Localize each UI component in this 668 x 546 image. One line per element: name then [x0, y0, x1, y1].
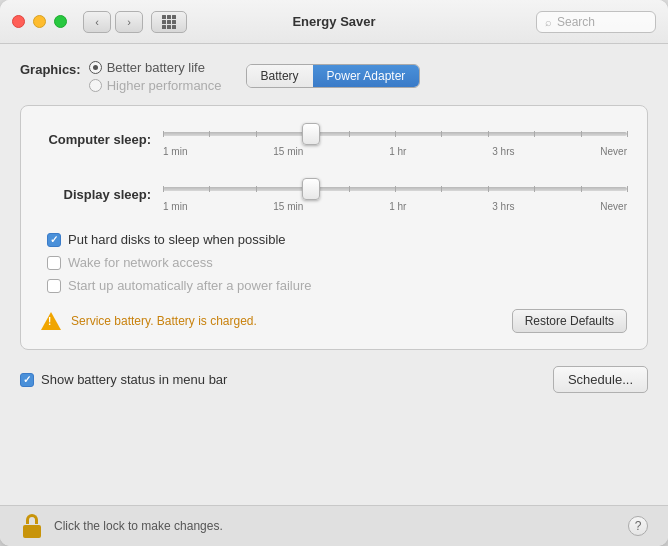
display-sleep-label: Display sleep: — [41, 187, 151, 202]
display-sleep-row: Display sleep: — [41, 177, 627, 212]
forward-icon: › — [127, 16, 131, 28]
main-panel: Computer sleep: — [20, 105, 648, 350]
display-sleep-label-never: Never — [600, 201, 627, 212]
display-sleep-track-bar — [163, 187, 627, 191]
display-sleep-label-1hr: 1 hr — [389, 201, 406, 212]
computer-sleep-slider-row: Computer sleep: — [41, 122, 627, 157]
window: ‹ › Energy Saver ⌕ Search Graphics: — [0, 0, 668, 546]
computer-sleep-labels: 1 min 15 min 1 hr 3 hrs Never — [163, 146, 627, 157]
network-checkbox[interactable] — [47, 256, 61, 270]
lock-icon[interactable] — [20, 514, 44, 538]
startup-label: Start up automatically after a power fai… — [68, 278, 312, 293]
titlebar: ‹ › Energy Saver ⌕ Search — [0, 0, 668, 44]
computer-sleep-label-1min: 1 min — [163, 146, 187, 157]
warning-row: Service battery. Battery is charged. Res… — [41, 309, 627, 333]
computer-sleep-label-15min: 15 min — [273, 146, 303, 157]
computer-sleep-track-bar — [163, 132, 627, 136]
graphics-label: Graphics: — [20, 60, 81, 77]
display-sleep-label-3hrs: 3 hrs — [492, 201, 514, 212]
computer-sleep-label-3hrs: 3 hrs — [492, 146, 514, 157]
computer-sleep-ticks — [163, 132, 627, 136]
show-battery-label: Show battery status in menu bar — [41, 372, 227, 387]
warning-icon — [41, 312, 61, 330]
display-sleep-ticks — [163, 187, 627, 191]
footer: Click the lock to make changes. ? — [0, 505, 668, 546]
minimize-button[interactable] — [33, 15, 46, 28]
lock-body — [23, 525, 41, 538]
nav-buttons: ‹ › — [83, 11, 143, 33]
schedule-button[interactable]: Schedule... — [553, 366, 648, 393]
hard-disk-label: Put hard disks to sleep when possible — [68, 232, 286, 247]
window-title: Energy Saver — [292, 14, 375, 29]
radio-better-battery[interactable]: Better battery life — [89, 60, 222, 75]
back-button[interactable]: ‹ — [83, 11, 111, 33]
window-buttons — [12, 15, 67, 28]
graphics-options: Better battery life Higher performance — [89, 60, 222, 93]
radio-button-perf[interactable] — [89, 79, 102, 92]
help-button[interactable]: ? — [628, 516, 648, 536]
show-battery-checkbox[interactable] — [20, 373, 34, 387]
lock-shackle — [26, 514, 38, 524]
forward-button[interactable]: › — [115, 11, 143, 33]
display-sleep-label-1min: 1 min — [163, 201, 187, 212]
checkbox-section: Put hard disks to sleep when possible Wa… — [41, 232, 627, 293]
graphics-section: Graphics: Better battery life Higher per… — [20, 60, 648, 93]
startup-row: Start up automatically after a power fai… — [47, 278, 621, 293]
back-icon: ‹ — [95, 16, 99, 28]
display-sleep-thumb[interactable] — [302, 178, 320, 200]
network-label: Wake for network access — [68, 255, 213, 270]
display-sleep-label-15min: 15 min — [273, 201, 303, 212]
network-row: Wake for network access — [47, 255, 621, 270]
restore-defaults-button[interactable]: Restore Defaults — [512, 309, 627, 333]
display-sleep-track[interactable]: 1 min 15 min 1 hr 3 hrs Never — [163, 177, 627, 212]
computer-sleep-label: Computer sleep: — [41, 132, 151, 147]
computer-sleep-label-never: Never — [600, 146, 627, 157]
radio-label-battery: Better battery life — [107, 60, 205, 75]
computer-sleep-track[interactable]: 1 min 15 min 1 hr 3 hrs Never — [163, 122, 627, 157]
battery-tab[interactable]: Battery — [247, 65, 313, 87]
hard-disk-row: Put hard disks to sleep when possible — [47, 232, 621, 247]
show-battery-section: Show battery status in menu bar Schedule… — [20, 362, 648, 397]
segmented-control: Battery Power Adapter — [246, 64, 421, 88]
power-adapter-tab[interactable]: Power Adapter — [313, 65, 420, 87]
radio-button-battery[interactable] — [89, 61, 102, 74]
display-sleep-labels: 1 min 15 min 1 hr 3 hrs Never — [163, 201, 627, 212]
computer-sleep-thumb[interactable] — [302, 123, 320, 145]
search-icon: ⌕ — [545, 16, 552, 28]
display-sleep-slider-row: Display sleep: — [41, 177, 627, 212]
computer-sleep-label-1hr: 1 hr — [389, 146, 406, 157]
radio-higher-perf[interactable]: Higher performance — [89, 78, 222, 93]
grid-button[interactable] — [151, 11, 187, 33]
close-button[interactable] — [12, 15, 25, 28]
warning-text: Service battery. Battery is charged. — [71, 314, 257, 328]
grid-icon — [162, 15, 176, 29]
maximize-button[interactable] — [54, 15, 67, 28]
computer-sleep-row: Computer sleep: — [41, 122, 627, 157]
hard-disk-checkbox[interactable] — [47, 233, 61, 247]
search-box[interactable]: ⌕ Search — [536, 11, 656, 33]
radio-label-perf: Higher performance — [107, 78, 222, 93]
content: Graphics: Better battery life Higher per… — [0, 44, 668, 505]
startup-checkbox[interactable] — [47, 279, 61, 293]
show-battery-row: Show battery status in menu bar — [20, 372, 227, 387]
search-placeholder: Search — [557, 15, 595, 29]
footer-lock-text: Click the lock to make changes. — [54, 519, 223, 533]
